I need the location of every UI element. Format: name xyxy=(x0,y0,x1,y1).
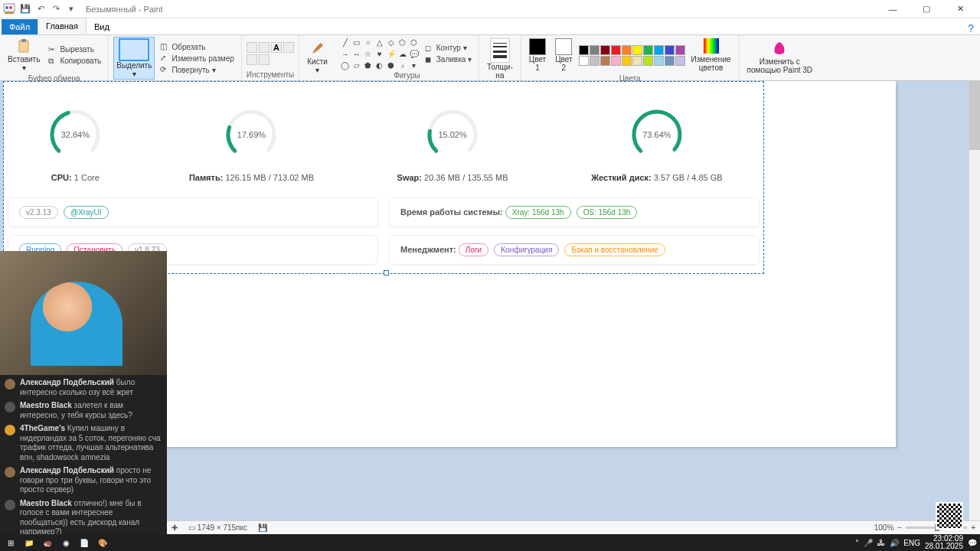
config-pill[interactable]: Конфигурация xyxy=(494,243,559,256)
version-card: v2.3.13 @XrayUI xyxy=(8,197,378,227)
color-swatch[interactable] xyxy=(643,56,653,66)
color-swatch[interactable] xyxy=(590,56,599,66)
uptime-card: Время работы системы: Xray: 156d 13h OS:… xyxy=(389,197,760,227)
taskbar-paint-icon[interactable]: 🎨 xyxy=(95,536,110,549)
color-swatch[interactable] xyxy=(622,56,632,66)
outline-icon: ◻ xyxy=(425,44,434,53)
paint3d-button[interactable]: Изменить с помощью Paint 3D xyxy=(744,39,815,76)
color-swatch[interactable] xyxy=(654,45,664,55)
fill-tool[interactable] xyxy=(259,42,270,53)
taskbar-explorer-icon[interactable]: 📁 xyxy=(21,536,37,549)
color-swatch[interactable] xyxy=(665,56,675,66)
ribbon-tabs: Файл Главная Вид ? xyxy=(0,18,980,35)
select-button[interactable]: Выделить▾ xyxy=(113,37,155,80)
brushes-button[interactable]: Кисти▾ xyxy=(304,39,331,76)
qr-code xyxy=(936,502,963,530)
paint-app-icon xyxy=(3,3,15,15)
vertical-scrollbar[interactable] xyxy=(969,81,980,523)
webcam-feed xyxy=(0,251,167,375)
color2-button[interactable]: Цвет 2 xyxy=(552,37,575,73)
chat-panel: Александр Подбельский было интересно ско… xyxy=(0,375,167,534)
group-paint3d: Изменить с помощью Paint 3D xyxy=(740,35,820,80)
color-swatch[interactable] xyxy=(611,56,621,66)
color-swatch[interactable] xyxy=(600,45,610,55)
crop-button[interactable]: ◫Обрезать xyxy=(158,41,236,52)
paste-icon xyxy=(16,38,31,54)
color2-swatch xyxy=(555,38,572,55)
qat-save-icon[interactable]: 💾 xyxy=(18,2,32,16)
color-swatch[interactable] xyxy=(579,56,589,66)
color-swatch[interactable] xyxy=(675,56,685,66)
color-swatch[interactable] xyxy=(643,45,653,55)
taskbar: ⊞ 📁 🦔 ◉ 📄 🎨 ˄ 🎤 🖧 🔊 ENG 23:02:09 28.01.2… xyxy=(0,534,980,551)
maximize-button[interactable]: ▢ xyxy=(910,0,943,18)
close-button[interactable]: ✕ xyxy=(943,0,977,18)
uptime-os-pill[interactable]: OS: 156d 13h xyxy=(577,206,638,219)
palette xyxy=(579,45,685,66)
taskbar-app-icon[interactable]: 🦔 xyxy=(40,536,55,549)
help-icon[interactable]: ? xyxy=(968,22,974,34)
tray-mic-icon[interactable]: 🎤 xyxy=(864,539,873,547)
tray-lang[interactable]: ENG xyxy=(903,539,920,547)
start-button[interactable]: ⊞ xyxy=(3,536,18,549)
tray-net-icon[interactable]: 🖧 xyxy=(877,539,885,547)
tray-clock[interactable]: 23:02:09 28.01.2025 xyxy=(925,535,963,550)
zoom-out-icon[interactable]: − xyxy=(897,523,902,532)
cut-button[interactable]: ✂Вырезать xyxy=(46,44,103,55)
tray-up-icon[interactable]: ˄ xyxy=(855,539,859,547)
thickness-icon xyxy=(490,38,510,63)
backup-pill[interactable]: Бэкап и восстановление xyxy=(564,243,665,256)
magnify-tool[interactable] xyxy=(259,54,270,65)
gauge: 32.84%CPU: 1 Core xyxy=(44,104,106,182)
color-swatch[interactable] xyxy=(611,45,621,55)
text-tool[interactable]: A xyxy=(271,42,282,53)
dashboard-image: 32.84%CPU: 1 Core17.69%Память: 126.15 MB… xyxy=(3,81,764,265)
color-swatch[interactable] xyxy=(600,56,610,66)
qat-undo-icon[interactable]: ↶ xyxy=(34,2,47,16)
color1-button[interactable]: Цвет 1 xyxy=(526,37,549,73)
color-swatch[interactable] xyxy=(675,45,685,55)
tab-file[interactable]: Файл xyxy=(2,19,38,34)
tray-notify-icon[interactable]: 💬 xyxy=(968,539,977,547)
edit-colors-button[interactable]: Изменение цветов xyxy=(688,37,734,73)
gauge: 73.64%Жесткий диск: 3.57 GB / 4.85 GB xyxy=(591,104,723,182)
version-pill[interactable]: v2.3.13 xyxy=(19,206,58,219)
color-swatch[interactable] xyxy=(632,56,642,66)
scroll-thumb[interactable] xyxy=(969,81,980,150)
color-swatch[interactable] xyxy=(665,45,675,55)
rotate-button[interactable]: ⟳Повернуть ▾ xyxy=(158,64,236,75)
color1-swatch xyxy=(529,38,546,55)
logs-pill[interactable]: Логи xyxy=(459,243,488,256)
thickness-button[interactable]: Толщи- на xyxy=(484,37,516,81)
zoom-in-icon[interactable]: + xyxy=(971,523,975,532)
group-tools: A Инструменты xyxy=(242,35,299,80)
copy-icon: ⧉ xyxy=(48,57,57,66)
xrayui-pill[interactable]: @XrayUI xyxy=(64,206,109,219)
eraser-tool[interactable] xyxy=(283,42,294,53)
uptime-xray-pill[interactable]: Xray: 156d 13h xyxy=(505,206,571,219)
resize-button[interactable]: ⤢Изменить размер xyxy=(158,53,236,64)
picker-tool[interactable] xyxy=(247,54,257,65)
outline-button[interactable]: ◻Контур ▾ xyxy=(423,43,474,54)
fill-button[interactable]: ◼Заливка ▾ xyxy=(423,54,474,65)
taskbar-notepad-icon[interactable]: 📄 xyxy=(77,536,92,549)
rotate-icon: ⟳ xyxy=(160,65,169,74)
color-swatch[interactable] xyxy=(654,56,664,66)
qat-redo-icon[interactable]: ↷ xyxy=(49,2,63,16)
paste-button[interactable]: Вставить▾ xyxy=(5,37,43,73)
color-swatch[interactable] xyxy=(622,45,632,55)
stream-overlay: Александр Подбельский было интересно ско… xyxy=(0,251,167,534)
taskbar-chrome-icon[interactable]: ◉ xyxy=(58,536,74,549)
color-swatch[interactable] xyxy=(590,45,599,55)
qat-dropdown-icon[interactable]: ▾ xyxy=(64,2,78,16)
tab-view[interactable]: Вид xyxy=(87,19,117,34)
minimize-button[interactable]: — xyxy=(876,0,910,18)
svg-rect-4 xyxy=(19,41,28,52)
copy-button[interactable]: ⧉Копировать xyxy=(46,56,103,67)
color-swatch[interactable] xyxy=(632,45,642,55)
tab-home[interactable]: Главная xyxy=(38,18,87,34)
color-swatch[interactable] xyxy=(579,45,589,55)
pencil-tool[interactable] xyxy=(247,42,257,53)
tray-vol-icon[interactable]: 🔊 xyxy=(890,539,899,547)
shapes-gallery[interactable]: ╱▭○△◇⬠⬡ →↔☆♥⚡☁💬 ◯▱⬟◐⬢⬨▾ xyxy=(340,37,420,70)
